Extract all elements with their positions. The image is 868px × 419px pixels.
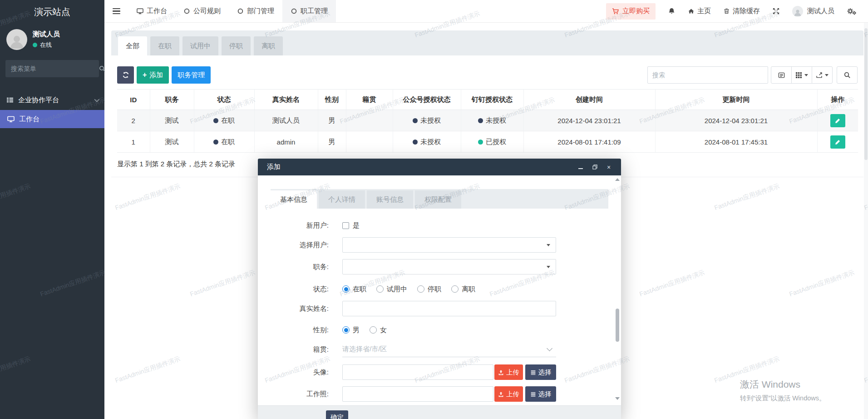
job-manage-button[interactable]: 职务管理: [172, 66, 211, 84]
page-scrollbar[interactable]: [864, 23, 868, 419]
col-header-id[interactable]: ID: [117, 90, 150, 110]
settings-cogs-icon[interactable]: [847, 7, 856, 15]
edit-row-button[interactable]: [830, 114, 845, 127]
detail-view-button[interactable]: [771, 66, 792, 84]
filter-tab-resigned[interactable]: 离职: [254, 36, 283, 55]
cell-updated: 2024-12-04 23:01:21: [655, 110, 817, 131]
home-link[interactable]: 主页: [688, 7, 711, 15]
cell-created: 2024-12-04 23:01:21: [523, 110, 655, 131]
scrollbar-thumb[interactable]: [616, 309, 619, 342]
select-user-dropdown[interactable]: [342, 237, 556, 253]
upload-button[interactable]: 上传: [494, 364, 523, 380]
scroll-up-icon[interactable]: [615, 178, 620, 181]
filter-tab-working[interactable]: 在职: [150, 36, 179, 55]
new-user-checkbox[interactable]: [342, 222, 349, 229]
cell-gender: 男: [318, 131, 346, 153]
sidebar-search-input[interactable]: [5, 65, 99, 72]
cell-status: 在职: [194, 110, 254, 131]
col-header-dingtalk-auth[interactable]: 钉钉授权状态: [461, 90, 523, 110]
status-dot-icon: [213, 140, 218, 145]
nav-tab-company-rules[interactable]: 公司规则: [175, 0, 229, 22]
radio-status-probation[interactable]: 试用中: [376, 285, 407, 294]
job-dropdown[interactable]: [342, 259, 556, 274]
radio-icon: [342, 285, 350, 293]
cell-id: 1: [117, 131, 150, 153]
minimize-icon: [578, 168, 583, 169]
col-header-native[interactable]: 籍贯: [346, 90, 393, 110]
col-header-wechat-auth[interactable]: 公众号授权状态: [393, 90, 461, 110]
col-header-status[interactable]: 状态: [194, 90, 254, 110]
nav-tab-department[interactable]: 部门管理: [229, 0, 282, 22]
maximize-button[interactable]: [592, 164, 598, 170]
work-photo-input[interactable]: [342, 386, 493, 402]
refresh-button[interactable]: [117, 66, 134, 84]
avatar-input[interactable]: [342, 364, 493, 380]
choose-button[interactable]: 选择: [525, 364, 556, 380]
grid-icon: [795, 72, 802, 79]
trash-icon: [723, 8, 730, 15]
buy-now-button[interactable]: 立即购买: [606, 3, 656, 20]
fullscreen-icon[interactable]: [772, 7, 780, 15]
sidebar-item-workbench[interactable]: 工作台: [0, 110, 104, 128]
region-picker[interactable]: 请选择省/市/区: [342, 342, 556, 357]
export-button[interactable]: [812, 66, 833, 84]
table-row[interactable]: 2 测试 在职 测试人员 男 未授权 未授权 2024-12-04 23:01:…: [117, 110, 858, 131]
filter-tab-suspended[interactable]: 停职: [222, 36, 251, 55]
minimize-button[interactable]: [577, 164, 584, 170]
scroll-down-icon[interactable]: [615, 397, 620, 400]
upload-label: 上传: [506, 390, 519, 399]
radio-status-working[interactable]: 在职: [342, 285, 366, 294]
col-header-updated[interactable]: 更新时间: [655, 90, 817, 110]
col-header-job[interactable]: 职务: [150, 90, 194, 110]
navbar-user-name: 测试人员: [807, 7, 834, 15]
confirm-button[interactable]: 确定: [326, 410, 348, 419]
nav-tab-workbench[interactable]: 工作台: [128, 0, 175, 22]
gender-label: 性别:: [271, 325, 329, 334]
menu-toggle-button[interactable]: [104, 0, 128, 22]
dialog-header[interactable]: 添加 ×: [258, 159, 621, 175]
col-header-gender[interactable]: 性别: [318, 90, 346, 110]
navbar-user-menu[interactable]: 测试人员: [792, 6, 834, 17]
col-header-created[interactable]: 创建时间: [523, 90, 655, 110]
filter-tab-probation[interactable]: 试用中: [182, 36, 218, 55]
choose-button[interactable]: 选择: [525, 386, 556, 402]
search-icon[interactable]: [99, 65, 106, 72]
cell-status: 在职: [194, 131, 254, 153]
search-toggle-button[interactable]: [837, 66, 858, 84]
close-button[interactable]: ×: [606, 164, 612, 170]
cell-gender: 男: [318, 110, 346, 131]
radio-status-resigned[interactable]: 离职: [451, 285, 475, 294]
radio-gender-male[interactable]: 男: [342, 326, 360, 334]
tab-account-info[interactable]: 账号信息: [367, 190, 413, 209]
columns-button[interactable]: [791, 66, 812, 84]
scrollbar-thumb[interactable]: [864, 28, 868, 160]
radio-status-suspended[interactable]: 停职: [417, 285, 441, 294]
radio-icon: [370, 326, 377, 334]
table-search-input[interactable]: [647, 66, 768, 84]
radio-icon: [342, 326, 350, 334]
dialog-footer: 确定: [258, 405, 621, 419]
edit-row-button[interactable]: [830, 135, 845, 149]
table-row[interactable]: 1 测试 在职 admin 男 未授权 已授权 2024-08-01 17:41…: [117, 131, 858, 153]
radio-gender-female[interactable]: 女: [370, 326, 387, 334]
form-row-real-name: 真实姓名:: [271, 301, 608, 316]
circle-icon: [237, 8, 244, 15]
cell-actions: [817, 131, 858, 153]
nav-tab-staff[interactable]: 职工管理: [282, 0, 336, 22]
bell-icon[interactable]: [668, 7, 676, 15]
col-header-name[interactable]: 真实姓名: [254, 90, 318, 110]
upload-label: 上传: [506, 368, 519, 377]
windows-activation-subtitle: 转到“设置”以激活 Windows。: [740, 394, 826, 403]
clear-cache-button[interactable]: 清除缓存: [723, 7, 760, 15]
tab-personal-detail[interactable]: 个人详情: [319, 190, 365, 209]
add-button[interactable]: + 添加: [137, 66, 169, 84]
avatar-label: 头像:: [271, 364, 329, 380]
filter-tab-all[interactable]: 全部: [118, 36, 147, 55]
tab-permission-config[interactable]: 权限配置: [415, 190, 461, 209]
upload-button[interactable]: 上传: [494, 386, 523, 402]
real-name-input[interactable]: [342, 301, 556, 316]
sidebar-item-enterprise-platform[interactable]: 企业协作平台: [0, 90, 104, 110]
dialog-scrollbar[interactable]: [615, 177, 620, 402]
tab-basic-info[interactable]: 基本信息: [271, 190, 317, 209]
checkbox-option-label[interactable]: 是: [353, 221, 360, 230]
